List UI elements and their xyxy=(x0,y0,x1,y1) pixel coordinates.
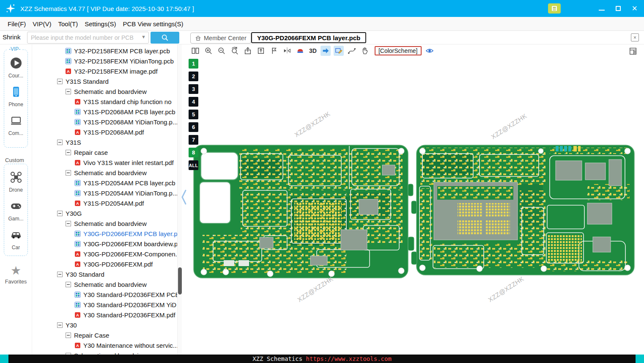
menu-item[interactable]: Settings(S) xyxy=(85,20,116,28)
collapse-icon[interactable] xyxy=(65,332,71,338)
search-button[interactable] xyxy=(151,32,179,44)
menu-item[interactable]: Tool(T) xyxy=(58,20,78,28)
tree-scrollbar-thumb[interactable] xyxy=(178,267,182,294)
tree-folder[interactable]: Y31S Standard xyxy=(32,76,177,86)
layer-button-3[interactable]: 3 xyxy=(189,84,198,94)
collapse-icon[interactable] xyxy=(57,271,63,278)
close-panel-icon[interactable]: × xyxy=(631,33,639,41)
member-center-button[interactable]: Member Center xyxy=(190,33,251,44)
menu-item[interactable]: File(F) xyxy=(8,20,26,28)
export-bottom-icon[interactable] xyxy=(256,46,266,56)
pcb-canvas[interactable]: 12345678ALL XZZ@XZZHK XZZ@XZZHK XZZ@XZZH… xyxy=(184,57,644,355)
colorscheme-button[interactable]: [ColorScheme] xyxy=(375,46,422,55)
visibility-eye-icon[interactable] xyxy=(425,46,435,56)
svg-text:A: A xyxy=(76,252,79,256)
tree-item[interactable]: AVivo Y31S water inlet restart.pdf xyxy=(32,157,177,168)
close-button[interactable]: × xyxy=(632,5,637,12)
mirror-flip-icon[interactable] xyxy=(282,46,292,56)
search-input[interactable] xyxy=(27,32,149,44)
document-tab[interactable]: Y30G-PD2066FEXM PCB layer.pcb xyxy=(251,32,366,43)
annotate-icon[interactable] xyxy=(334,46,344,56)
tree-folder[interactable]: Y30 xyxy=(32,320,177,330)
tree-item[interactable]: Y31S-PD2068AM YiDianTong.p... xyxy=(32,117,177,127)
layer-button-4[interactable]: 4 xyxy=(189,97,198,107)
tree-item[interactable]: AY31S standard chip function no xyxy=(32,96,177,107)
status-url[interactable]: https://www.xzztools.com xyxy=(306,355,392,362)
layer-button-7[interactable]: 7 xyxy=(189,135,198,145)
collapse-icon[interactable] xyxy=(57,210,63,217)
tree-folder[interactable]: Schematic and boardview xyxy=(32,350,177,355)
layer-button-6[interactable]: 6 xyxy=(189,122,198,132)
tree-item[interactable]: Y32-PD2158FEXM YiDianTong.pcb xyxy=(32,56,177,66)
tree-item[interactable]: AY30G-PD2066FEXM.pdf xyxy=(32,259,177,269)
tree-item[interactable]: Y30 Standard-PD2036FEXM PCB xyxy=(32,289,177,300)
pan-hand-icon[interactable] xyxy=(360,46,370,56)
collapse-icon[interactable] xyxy=(57,139,63,146)
jump-arrow-icon[interactable] xyxy=(321,46,331,56)
maximize-button[interactable] xyxy=(616,6,621,11)
flag-icon[interactable] xyxy=(269,46,279,56)
tree-item[interactable]: AY31S-PD2068AM.pdf xyxy=(32,127,177,137)
tree-item[interactable]: AY30 Standard-PD2036FEXM.pdf xyxy=(32,310,177,320)
tree-item[interactable]: Y30G-PD2066FEXM boardview.p... xyxy=(32,239,177,249)
split-view-icon[interactable] xyxy=(190,46,200,56)
menu-item[interactable]: VIP(V) xyxy=(33,20,51,28)
chevron-down-icon[interactable]: ▼ xyxy=(141,34,146,39)
tree-item-label: Y31S xyxy=(66,139,81,146)
tree-item[interactable]: Y32-PD2158FEXM PCB layer.pcb xyxy=(32,46,177,56)
pcb-board-left xyxy=(194,145,414,278)
measure-curve-icon[interactable] xyxy=(347,46,357,56)
tree-item[interactable]: AY31S-PD2054AM.pdf xyxy=(32,198,177,208)
tree-folder[interactable]: Y31S xyxy=(32,137,177,147)
tree-item[interactable]: Y30G-PD2066FEXM PCB layer.p... xyxy=(32,228,177,239)
tree-item[interactable]: Y31S-PD2054AM YiDianTong.p... xyxy=(32,188,177,198)
tree-item[interactable]: Y31S-PD2054AM PCB layer.pcb xyxy=(32,178,177,188)
sidebar-item-drone[interactable]: Drone xyxy=(4,171,27,193)
tree-folder[interactable]: Repair Case xyxy=(32,330,177,340)
menu-item[interactable]: PCB View settings(S) xyxy=(123,20,183,28)
pcb-board-right xyxy=(411,145,634,275)
license-icon[interactable] xyxy=(548,3,561,14)
sidebar-item-phone[interactable]: Phone xyxy=(4,85,27,107)
3d-view-button[interactable]: 3D xyxy=(308,47,318,54)
component-view-icon[interactable] xyxy=(295,46,305,56)
tree-folder[interactable]: Repair case xyxy=(32,147,177,157)
collapse-panel-arrow[interactable] xyxy=(181,188,187,206)
collapse-icon[interactable] xyxy=(65,170,71,176)
layer-button-all[interactable]: ALL xyxy=(189,160,198,170)
layer-button-5[interactable]: 5 xyxy=(189,110,198,119)
minimize-button[interactable] xyxy=(599,10,605,11)
collapse-icon[interactable] xyxy=(65,220,71,227)
layer-button-8[interactable]: 8 xyxy=(189,148,198,157)
tree-item[interactable]: AY30 Maintenance without servic... xyxy=(32,340,177,350)
tree-item[interactable]: Y30 Standard-PD2036FEXM YiD xyxy=(32,300,177,310)
collapse-icon[interactable] xyxy=(57,78,63,85)
sidebar-item-gamepad[interactable]: Gam... xyxy=(4,200,27,222)
tree-folder[interactable]: Y30 Standard xyxy=(32,269,177,279)
tree-folder[interactable]: Schematic and boardview xyxy=(32,279,177,289)
collapse-icon[interactable] xyxy=(65,88,71,95)
collapse-icon[interactable] xyxy=(65,281,71,288)
tree-folder[interactable]: Y30G xyxy=(32,208,177,218)
zoom-out-icon[interactable] xyxy=(216,46,227,56)
collapse-icon[interactable] xyxy=(65,149,71,156)
collapse-icon[interactable] xyxy=(57,322,63,328)
zoom-in-icon[interactable] xyxy=(203,46,214,56)
sidebar-item-computer[interactable]: Com... xyxy=(4,114,27,136)
export-top-icon[interactable] xyxy=(243,46,253,56)
tree-item[interactable]: Y31S-PD2068AM PCB layer.pcb xyxy=(32,107,177,117)
tree-folder[interactable]: Schematic and boardview xyxy=(32,86,177,96)
shrink-button[interactable]: Shrink xyxy=(3,33,21,41)
sidebar-item-play[interactable]: Cour... xyxy=(4,57,27,79)
reset-zoom-icon[interactable] xyxy=(230,46,240,56)
layer-button-2[interactable]: 2 xyxy=(189,72,198,81)
tree-item[interactable]: AY30G-PD2066FEXM-Componen... xyxy=(32,249,177,259)
tree-folder[interactable]: Schematic and boardview xyxy=(32,168,177,178)
tree-item[interactable]: AY32-PD2158FEXM image.pdf xyxy=(32,66,177,76)
layers-panel-icon[interactable] xyxy=(628,46,638,56)
tree-folder[interactable]: Schematic and boardview xyxy=(32,218,177,228)
layer-button-1[interactable]: 1 xyxy=(189,59,198,69)
tree-item-label: Vivo Y31S water inlet restart.pdf xyxy=(83,159,174,166)
favorites-button[interactable]: ★ Favorites xyxy=(0,264,32,285)
sidebar-item-car[interactable]: Car xyxy=(4,228,27,250)
